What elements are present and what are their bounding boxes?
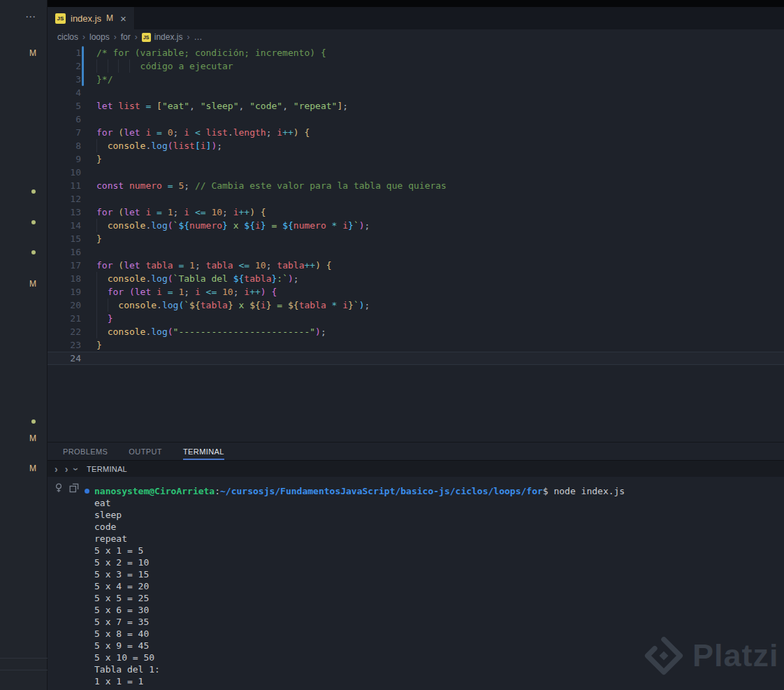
code-text: /* for (variable; condición; incremento)…	[81, 46, 784, 59]
git-modified-badge: M	[29, 433, 36, 443]
terminal-find-icon[interactable]	[54, 483, 64, 493]
panel-tab-terminal[interactable]: TERMINAL	[183, 443, 224, 460]
code-text: código a ejecutar	[81, 59, 784, 73]
more-actions-icon[interactable]: ⋯	[25, 10, 36, 23]
code-text: const numero = 5; // Cambia este valor p…	[81, 179, 784, 192]
code-line[interactable]: 10	[48, 166, 784, 179]
line-number: 10	[48, 166, 81, 179]
breadcrumb-label: for	[121, 32, 131, 42]
terminal-section-header: › › › TERMINAL	[48, 460, 784, 477]
line-number: 4	[48, 86, 81, 99]
code-line[interactable]: 23}	[48, 338, 784, 352]
line-number: 6	[48, 113, 81, 126]
terminal-lines: nanosystem@CiroArrieta:~/cursosjs/Fundam…	[48, 485, 784, 687]
code-line[interactable]: 15}	[48, 232, 784, 245]
code-text: }	[81, 312, 784, 325]
indent-guide	[96, 272, 97, 285]
git-modified-badge: M	[29, 279, 36, 289]
git-status-dot	[31, 220, 36, 224]
breadcrumb-label: index.js	[154, 32, 183, 42]
code-line[interactable]: 24	[48, 352, 784, 365]
line-number: 23	[48, 338, 81, 352]
code-text	[81, 245, 784, 259]
code-line[interactable]: 22 console.log("------------------------…	[48, 325, 784, 338]
code-line[interactable]: 7for (let i = 0; i < list.length; i++) {	[48, 126, 784, 139]
code-line[interactable]: 2 código a ejecutar	[48, 59, 784, 73]
git-modified-badge: M	[29, 463, 36, 473]
breadcrumb-label: loops	[89, 32, 110, 42]
code-line[interactable]: 18 console.log(`Tabla del ${tabla}:`);	[48, 272, 784, 285]
breadcrumb-label: ciclos	[57, 32, 78, 42]
terminal-output-line: 5 x 1 = 5	[48, 545, 784, 556]
panel-tab-bar: PROBLEMSOUTPUTTERMINAL	[48, 442, 784, 460]
code-line[interactable]: 12	[48, 192, 784, 206]
terminal-output-line: 5 x 6 = 30	[48, 604, 784, 616]
sidebar-section-divider	[0, 670, 48, 670]
chevron-down-icon[interactable]: ›	[72, 467, 82, 470]
git-modified-badge: M	[106, 13, 113, 23]
close-icon[interactable]: ×	[120, 13, 126, 24]
line-number: 7	[48, 126, 81, 139]
prompt-segment: nanosystem@CiroArrieta	[94, 486, 215, 496]
breadcrumb-separator: ›	[135, 32, 138, 42]
code-text: }	[81, 338, 784, 352]
code-line[interactable]: 13for (let i = 1; i <= 10; i++) {	[48, 206, 784, 219]
terminal-output-line: 5 x 9 = 45	[48, 640, 784, 652]
code-line[interactable]: 4	[48, 86, 784, 99]
code-line[interactable]: 1/* for (variable; condición; incremento…	[48, 46, 784, 59]
breadcrumb-item[interactable]: JSindex.js	[142, 32, 183, 42]
sidebar-section-divider	[0, 658, 48, 659]
terminal-output-line: Tabla del 1:	[48, 663, 784, 675]
code-line[interactable]: 8 console.log(list[i]);	[48, 139, 784, 152]
tab-index-js[interactable]: JS index.js M ×	[48, 7, 135, 29]
code-text: for (let i = 1; i <= 10; i++) {	[81, 285, 784, 299]
code-line[interactable]: 17for (let tabla = 1; tabla <= 10; tabla…	[48, 259, 784, 272]
code-text: console.log(list[i]);	[81, 139, 784, 152]
breadcrumb: ciclos›loops›for›JSindex.js›…	[48, 29, 784, 45]
chevron-right-icon[interactable]: ›	[55, 464, 58, 474]
line-number: 1	[48, 46, 81, 59]
code-line[interactable]: 19 for (let i = 1; i <= 10; i++) {	[48, 285, 784, 299]
panel-tab-problems[interactable]: PROBLEMS	[63, 443, 108, 460]
line-number: 21	[48, 312, 81, 325]
code-line[interactable]: 20 console.log(`${tabla} x ${i} = ${tabl…	[48, 299, 784, 312]
terminal-output-line: sleep	[48, 509, 784, 521]
terminal[interactable]: nanosystem@CiroArrieta:~/cursosjs/Fundam…	[48, 477, 784, 690]
code-text: }	[81, 232, 784, 245]
code-line[interactable]: 11const numero = 5; // Cambia este valor…	[48, 179, 784, 192]
git-modified-badge: M	[29, 48, 36, 58]
terminal-output-line: 5 x 7 = 35	[48, 616, 784, 628]
code-text: console.log(`${tabla} x ${i} = ${tabla *…	[81, 299, 784, 312]
code-line[interactable]: 5let list = ["eat", "sleep", "code", "re…	[48, 99, 784, 113]
breadcrumb-item[interactable]: …	[194, 32, 202, 42]
code-line[interactable]: 9}	[48, 152, 784, 166]
code-line[interactable]: 16	[48, 245, 784, 259]
terminal-output-line: 5 x 4 = 20	[48, 580, 784, 592]
chevron-right-icon[interactable]: ›	[65, 464, 68, 474]
terminal-output-line: code	[48, 521, 784, 533]
indent-guide	[96, 312, 97, 325]
code-text: for (let i = 0; i < list.length; i++) {	[81, 126, 784, 139]
tab-label: index.js	[71, 13, 101, 24]
prompt-segment: $ node index.js	[543, 486, 625, 496]
code-text	[81, 166, 784, 179]
split-terminal-icon[interactable]	[69, 483, 79, 493]
code-text	[81, 113, 784, 126]
code-line[interactable]: 21 }	[48, 312, 784, 325]
terminal-output-line: 5 x 5 = 25	[48, 592, 784, 604]
code-text: console.log(`${numero} x ${i} = ${numero…	[81, 219, 784, 232]
line-number: 19	[48, 285, 81, 299]
breadcrumb-item[interactable]: ciclos	[57, 32, 78, 42]
code-line[interactable]: 14 console.log(`${numero} x ${i} = ${num…	[48, 219, 784, 232]
breadcrumb-item[interactable]: loops	[89, 32, 110, 42]
editor-tab-bar: JS index.js M ×	[48, 7, 784, 29]
breadcrumb-item[interactable]: for	[121, 32, 131, 42]
line-number: 17	[48, 259, 81, 272]
line-number: 13	[48, 206, 81, 219]
code-line[interactable]: 6	[48, 113, 784, 126]
panel-tab-output[interactable]: OUTPUT	[129, 443, 162, 460]
javascript-file-icon: JS	[55, 13, 66, 24]
code-line[interactable]: 3}*/	[48, 73, 784, 86]
code-editor[interactable]: 1/* for (variable; condición; incremento…	[48, 45, 784, 442]
line-number: 14	[48, 219, 81, 232]
